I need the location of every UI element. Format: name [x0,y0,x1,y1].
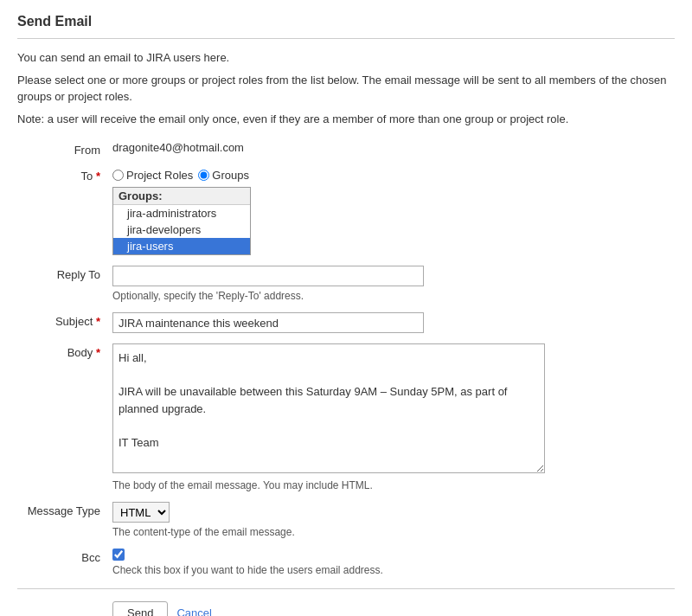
email-form: From dragonite40@hotmail.com To * Projec… [17,141,675,576]
subject-row: Subject * [17,312,675,333]
from-value: dragonite40@hotmail.com [112,138,244,154]
project-roles-radio-label[interactable]: Project Roles [112,169,193,182]
list-item[interactable]: jira-users [113,238,250,254]
body-required-star: * [93,346,100,359]
list-item[interactable]: jira-administrators [113,205,250,221]
subject-label: Subject * [17,312,112,328]
groups-listbox-header: Groups: [113,188,250,205]
from-row: From dragonite40@hotmail.com [17,141,675,157]
from-label: From [17,141,112,157]
reply-to-label: Reply To [17,266,112,281]
project-roles-label: Project Roles [126,169,193,182]
body-hint: The body of the email message. You may i… [112,479,675,491]
description-2: Please select one or more groups or proj… [17,72,675,106]
form-divider [17,588,675,589]
subject-input[interactable] [112,312,424,333]
bcc-checkbox[interactable] [112,549,125,561]
note-text: Note: a user will receive the email only… [17,111,675,128]
body-label: Body * [17,343,112,359]
bcc-checkbox-row [112,549,675,561]
body-row: Body * The body of the email message. Yo… [17,343,675,491]
bcc-hint: Check this box if you want to hide the u… [112,564,675,576]
message-type-select[interactable]: HTML Text [112,502,170,523]
reply-to-hint: Optionally, specify the 'Reply-To' addre… [112,290,675,302]
message-type-label: Message Type [17,502,112,517]
bcc-row: Bcc Check this box if you want to hide t… [17,549,675,576]
to-content: Project Roles Groups Groups: jira-admini… [112,167,675,255]
groups-listbox: Groups: jira-administrators jira-develop… [112,187,251,255]
to-label: To * [17,167,112,183]
project-roles-radio[interactable] [112,170,124,181]
bcc-label: Bcc [17,549,112,564]
body-content: The body of the email message. You may i… [112,343,675,491]
cancel-button[interactable]: Cancel [176,606,211,616]
bcc-content: Check this box if you want to hide the u… [112,549,675,576]
to-row: To * Project Roles Groups Groups: jira-a… [17,167,675,255]
message-type-row: Message Type HTML Text The content-type … [17,502,675,538]
send-button[interactable]: Send [112,601,168,616]
groups-radio[interactable] [198,170,209,181]
message-type-hint: The content-type of the email message. [112,526,675,538]
subject-content [112,312,675,333]
from-content: dragonite40@hotmail.com [112,141,675,154]
button-row: Send Cancel [17,601,675,616]
description-1: You can send an email to JIRA users here… [17,49,675,67]
groups-label: Groups [212,169,249,182]
message-type-content: HTML Text The content-type of the email … [112,502,675,538]
page-container: Send Email You can send an email to JIRA… [9,0,683,616]
reply-to-row: Reply To Optionally, specify the 'Reply-… [17,266,675,302]
groups-radio-label[interactable]: Groups [198,169,249,182]
body-textarea[interactable] [112,343,545,473]
to-required-star: * [93,170,100,183]
subject-required-star: * [93,315,100,328]
reply-to-input[interactable] [112,266,424,286]
list-item[interactable]: jira-developers [113,221,250,238]
reply-to-content: Optionally, specify the 'Reply-To' addre… [112,266,675,302]
page-title: Send Email [17,14,675,39]
to-radio-group: Project Roles Groups [112,167,675,182]
